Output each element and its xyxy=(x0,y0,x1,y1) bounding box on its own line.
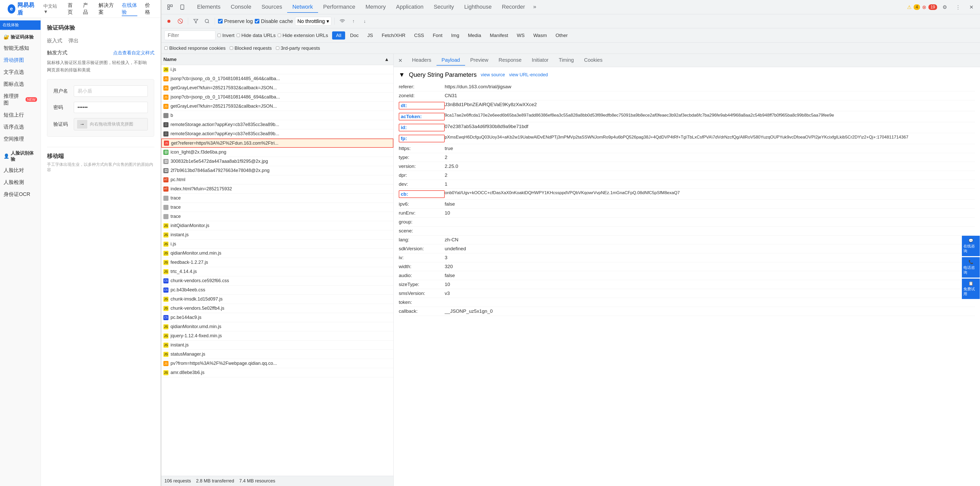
tab-popup[interactable]: 弹出 xyxy=(68,36,79,46)
disable-cache-checkbox[interactable] xyxy=(255,19,259,24)
throttling-select[interactable]: No throttling ▾ xyxy=(295,17,331,25)
invert-label[interactable]: Invert xyxy=(218,33,235,38)
third-party-checkbox[interactable] xyxy=(276,46,279,50)
detail-tab-payload[interactable]: Payload xyxy=(436,55,465,65)
filter-type-manifest[interactable]: Manifest xyxy=(486,32,512,40)
tab-lighthouse[interactable]: Lighthouse xyxy=(459,2,497,13)
network-row[interactable]: CS pc.be144ac9.js xyxy=(161,313,393,322)
filter-type-doc[interactable]: Doc xyxy=(346,32,363,40)
section-toggle-icon[interactable]: ▼ xyxy=(399,71,405,78)
tab-recorder[interactable]: Recorder xyxy=(497,2,530,13)
blocked-requests-label[interactable]: Blocked requests xyxy=(230,45,272,51)
network-row[interactable]: 🖼 2f7b9613bd7846a5a479276634e78048@2x.pn… xyxy=(161,166,393,175)
filter-type-css[interactable]: CSS xyxy=(410,32,428,40)
filter-type-img[interactable]: Img xyxy=(447,32,463,40)
inspect-icon[interactable] xyxy=(164,2,176,13)
network-row[interactable]: JS chunk-vendors.5e02ffb4.js xyxy=(161,304,393,313)
tab-console[interactable]: Console xyxy=(226,2,256,13)
search-btn[interactable] xyxy=(202,17,212,26)
network-row[interactable]: JS jquery-1.12.4-fixed.min.js xyxy=(161,331,393,341)
tab-performance[interactable]: Performance xyxy=(318,2,360,13)
sidebar-item-invisible[interactable]: 智能无感知 xyxy=(0,42,41,54)
download-icon[interactable]: ↓ xyxy=(360,17,369,26)
hide-extension-urls-checkbox[interactable] xyxy=(278,34,281,37)
sidebar-item-puzzle[interactable]: 推理拼图 NEW xyxy=(0,90,41,109)
hide-data-urls-label[interactable]: Hide data URLs xyxy=(237,33,276,38)
network-scroll[interactable]: JS i.js JS jsonp?cb=jsonp_cb_0_170481081… xyxy=(161,65,393,476)
preserve-log-checkbox[interactable] xyxy=(218,19,223,24)
network-row[interactable]: JS jsonp?cb=jsonp_cb_0_1704810814486_694… xyxy=(161,93,393,102)
detail-tab-cookies[interactable]: Cookies xyxy=(579,55,608,65)
nav-online[interactable]: 在线体验 xyxy=(122,2,137,16)
detail-tab-initiator[interactable]: Initiator xyxy=(527,55,554,65)
sidebar-item-spatial[interactable]: 空间推理 xyxy=(0,133,41,145)
device-icon[interactable] xyxy=(177,2,188,13)
detail-tab-headers[interactable]: Headers xyxy=(407,55,436,65)
filter-type-js[interactable]: JS xyxy=(364,32,377,40)
tab-security[interactable]: Security xyxy=(429,2,459,13)
filter-type-ws[interactable]: WS xyxy=(513,32,529,40)
tab-embed[interactable]: 嵌入式 xyxy=(47,36,62,46)
network-row[interactable]: JS instant.js xyxy=(161,230,393,240)
sidebar-item-wordorder[interactable]: 语序点选 xyxy=(0,121,41,133)
hide-data-urls-checkbox[interactable] xyxy=(237,34,240,37)
network-row[interactable]: JS i.js xyxy=(161,240,393,249)
network-row[interactable]: JS getGrayLevel?kfuin=2852175932&callbac… xyxy=(161,102,393,111)
network-row[interactable]: JS jsonp?cb=jsonp_cb_0_1704810814485_464… xyxy=(161,74,393,83)
network-row[interactable]: JS getGrayLevel?kfuin=2852175932&callbac… xyxy=(161,83,393,93)
network-row[interactable]: ☐ remoteStorage.action?appKey=cb37e835cc… xyxy=(161,120,393,129)
tab-sources[interactable]: Sources xyxy=(256,2,287,13)
network-row-highlighted[interactable]: JS get?referer=https%3A%2F%2Fdun.163.com… xyxy=(161,138,393,148)
filter-type-all[interactable]: All xyxy=(332,32,345,40)
sidebar-item-idocr[interactable]: 身份证OCR xyxy=(0,188,41,200)
network-row[interactable]: JS instant.js xyxy=(161,341,393,350)
network-row[interactable]: CS pc.b43b4eeb.css xyxy=(161,286,393,295)
filter-type-wasm[interactable]: Wasm xyxy=(530,32,550,40)
close-devtools-icon[interactable]: ✕ xyxy=(966,2,977,13)
close-detail-btn[interactable]: ✕ xyxy=(396,56,405,65)
network-row[interactable]: JS i.js xyxy=(161,65,393,74)
password-input[interactable] xyxy=(74,102,148,113)
view-url-encoded-link[interactable]: view URL-encoded xyxy=(509,72,548,78)
filter-type-fetch[interactable]: Fetch/XHR xyxy=(378,32,409,40)
network-row[interactable]: JS trtc_4.14.4.js xyxy=(161,267,393,276)
network-row[interactable]: b xyxy=(161,111,393,120)
network-row[interactable]: trace xyxy=(161,203,393,212)
network-row[interactable]: 🖼 300832b1e5e5472da447aaa8ab1f9295@2x.jp… xyxy=(161,157,393,166)
sidebar-item-iconclick[interactable]: 图标点选 xyxy=(0,78,41,90)
tab-memory[interactable]: Memory xyxy=(360,2,391,13)
sidebar-item-textclick[interactable]: 文字点选 xyxy=(0,66,41,78)
network-row[interactable]: ☐ remoteStorage.action?appKey=cb37e835cc… xyxy=(161,129,393,138)
clear-btn[interactable]: 🚫 xyxy=(176,17,185,26)
blocked-requests-checkbox[interactable] xyxy=(230,46,233,50)
preserve-log-label[interactable]: Preserve log xyxy=(218,18,253,24)
hide-extension-urls-label[interactable]: Hide extension URLs xyxy=(278,33,328,38)
upload-icon[interactable]: ↑ xyxy=(349,17,358,26)
sidebar-item-sms[interactable]: 短信上行 xyxy=(0,109,41,121)
network-row[interactable]: JS feedback-1.2.27.js xyxy=(161,258,393,267)
sidebar-item-facedetect[interactable]: 人脸检测 xyxy=(0,176,41,188)
filter-type-font[interactable]: Font xyxy=(429,32,446,40)
network-row[interactable]: HT index.html?kfuin=2852175932 xyxy=(161,184,393,194)
detail-tab-preview[interactable]: Preview xyxy=(465,55,493,65)
nav-home[interactable]: 首页 xyxy=(68,2,76,16)
collapse-btn[interactable]: ▲ xyxy=(382,57,391,62)
lang-selector[interactable]: 中文站 ▼ xyxy=(43,3,60,14)
network-row[interactable]: trace xyxy=(161,212,393,221)
network-row[interactable]: JS initQidianMonitor.js xyxy=(161,221,393,230)
filter-input[interactable] xyxy=(164,31,215,40)
network-row[interactable]: 🖼 icon_light@2x.f3de6ba.png xyxy=(161,148,393,157)
sidebar-item-slide[interactable]: 滑动拼图 xyxy=(0,54,41,66)
detail-tab-timing[interactable]: Timing xyxy=(554,55,579,65)
tab-elements[interactable]: Elements xyxy=(192,2,226,13)
network-row[interactable]: JS chunk-imsdk.1d15d097.js xyxy=(161,295,393,304)
wifi-icon[interactable] xyxy=(338,17,347,26)
network-row[interactable]: JS qidianMonitor.umd.min.js xyxy=(161,249,393,258)
captcha-arrow-btn[interactable]: → xyxy=(77,120,87,129)
invert-checkbox[interactable] xyxy=(218,34,221,37)
filter-type-media[interactable]: Media xyxy=(464,32,485,40)
disable-cache-label[interactable]: Disable cache xyxy=(255,18,293,24)
more-options-icon[interactable]: ⋮ xyxy=(953,2,964,13)
nav-price[interactable]: 价格 xyxy=(145,2,153,16)
third-party-label[interactable]: 3rd-party requests xyxy=(276,45,320,51)
